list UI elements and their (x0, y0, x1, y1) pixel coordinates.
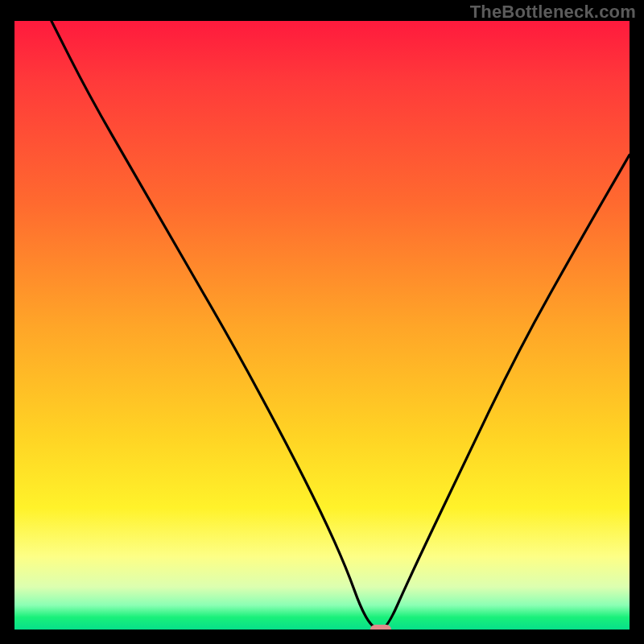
optimal-marker (370, 625, 391, 630)
watermark-text: TheBottleneck.com (470, 2, 636, 23)
chart-frame: TheBottleneck.com (0, 0, 644, 644)
bottleneck-curve (14, 21, 630, 630)
plot-area (14, 21, 630, 630)
